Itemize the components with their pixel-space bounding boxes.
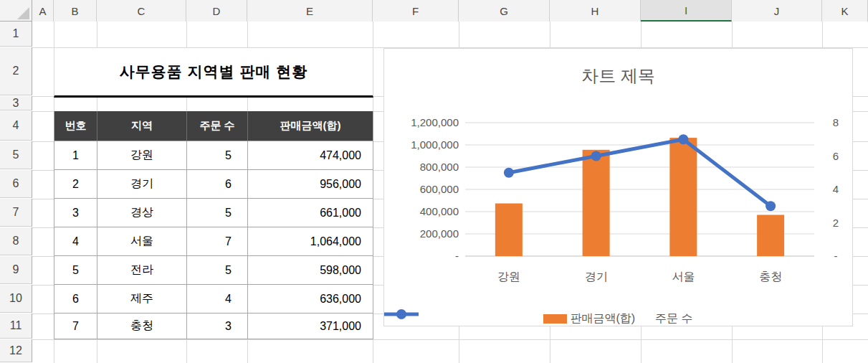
column-header-G[interactable]: G — [459, 0, 550, 22]
row-header-5[interactable]: 5 — [0, 141, 32, 169]
category-axis-label: 강원 — [497, 270, 520, 283]
column-header-F[interactable]: F — [373, 0, 459, 22]
table-cell[interactable]: 서울 — [97, 227, 187, 256]
bar-강원[interactable] — [495, 204, 523, 256]
bar-서울[interactable] — [669, 138, 697, 256]
table-cell[interactable]: 7 — [187, 227, 248, 256]
table-cell[interactable]: 5 — [187, 141, 248, 170]
line-series-swatch-icon — [384, 308, 419, 320]
table-cell[interactable]: 2 — [54, 170, 97, 199]
row-header-1[interactable]: 1 — [0, 22, 32, 47]
legend-label-orders: 주문 수 — [655, 311, 692, 326]
table-cell[interactable]: 전라 — [97, 256, 187, 285]
chart-plot-area: 1,200,0001,000,000800,000600,000400,0002… — [384, 49, 854, 327]
legend-item-sales[interactable]: 판매금액(합) — [543, 311, 635, 326]
bar-경기[interactable] — [583, 150, 610, 256]
left-axis-tick-label: 1,000,000 — [411, 138, 459, 151]
table-header-cell[interactable]: 지역 — [97, 111, 187, 141]
right-axis-tick-label: 2 — [833, 217, 839, 229]
row-header-8[interactable]: 8 — [0, 227, 32, 255]
right-axis-tick-label: 8 — [833, 116, 839, 128]
line-marker-강원[interactable] — [504, 168, 514, 178]
row-header-4[interactable]: 4 — [0, 111, 32, 141]
table-cell[interactable]: 4 — [54, 227, 97, 256]
table-cell[interactable]: 636,000 — [248, 285, 373, 314]
select-all-triangle-icon — [17, 7, 29, 19]
table-cell[interactable]: 5 — [54, 256, 97, 285]
line-marker-경기[interactable] — [591, 151, 601, 161]
row-header-3[interactable]: 3 — [0, 96, 32, 110]
category-axis-label: 경기 — [585, 270, 608, 283]
table-cell[interactable]: 제주 — [97, 285, 187, 314]
column-header-I[interactable]: I — [641, 0, 732, 22]
row-header-9[interactable]: 9 — [0, 256, 32, 284]
table-cell[interactable]: 474,000 — [248, 141, 373, 170]
bar-series-swatch-icon — [543, 314, 567, 324]
right-axis-tick-label: 4 — [833, 183, 839, 195]
table-title-cell[interactable]: 사무용품 지역별 판매 현황 — [54, 47, 373, 98]
table-cell[interactable]: 충청 — [97, 314, 187, 339]
row-header-10[interactable]: 10 — [0, 285, 32, 313]
line-series[interactable] — [509, 139, 771, 206]
bar-충청[interactable] — [757, 214, 784, 256]
column-header-B[interactable]: B — [54, 0, 97, 22]
gridline — [32, 339, 868, 340]
table-cell[interactable]: 경상 — [97, 199, 187, 227]
table-cell[interactable]: 5 — [187, 256, 248, 285]
table-cell[interactable]: 371,000 — [248, 314, 373, 339]
left-axis-tick-label: 600,000 — [420, 183, 459, 195]
table-cell[interactable]: 4 — [187, 285, 248, 314]
right-axis-tick-label: - — [834, 250, 838, 262]
column-header-E[interactable]: E — [247, 0, 373, 22]
table-cell[interactable]: 7 — [54, 314, 97, 339]
excel-worksheet: ABCDEFGHIJK 123456789101112 사무용품 지역별 판매 … — [0, 0, 868, 363]
sales-table: 번호지역주문 수판매금액(합)1강원5474,0002경기6956,0003경상… — [54, 111, 373, 339]
table-cell[interactable]: 6 — [54, 285, 97, 314]
line-marker-충청[interactable] — [766, 201, 776, 211]
category-axis-label: 서울 — [672, 270, 695, 283]
row-header-11[interactable]: 11 — [0, 314, 32, 339]
left-axis-tick-label: 1,200,000 — [411, 116, 459, 128]
left-axis-tick-label: 200,000 — [420, 227, 459, 240]
table-header-cell[interactable]: 번호 — [54, 111, 97, 141]
legend-label-sales: 판매금액(합) — [570, 311, 635, 326]
table-cell[interactable]: 1 — [54, 141, 97, 170]
table-cell[interactable]: 3 — [54, 199, 97, 227]
column-header-D[interactable]: D — [186, 0, 247, 22]
table-cell[interactable]: 956,000 — [248, 170, 373, 199]
select-all-corner[interactable] — [0, 0, 32, 22]
row-header-6[interactable]: 6 — [0, 170, 32, 198]
column-header-C[interactable]: C — [97, 0, 186, 22]
column-header-J[interactable]: J — [732, 0, 822, 22]
chart-object[interactable]: 차트 제목 1,200,0001,000,000800,000600,00040… — [383, 48, 853, 326]
table-cell[interactable]: 661,000 — [248, 199, 373, 227]
left-axis-tick-label: 400,000 — [420, 205, 459, 217]
table-cell[interactable]: 3 — [187, 314, 248, 339]
table-cell[interactable]: 경기 — [97, 170, 187, 199]
line-marker-서울[interactable] — [678, 134, 688, 144]
table-cell[interactable]: 6 — [187, 170, 248, 199]
table-cell[interactable]: 1,064,000 — [248, 227, 373, 256]
row-header-2[interactable]: 2 — [0, 47, 32, 95]
left-axis-tick-label: 800,000 — [420, 161, 459, 173]
column-header-H[interactable]: H — [550, 0, 641, 22]
table-cell[interactable]: 5 — [187, 199, 248, 227]
table-cell[interactable]: 598,000 — [248, 256, 373, 285]
chart-legend[interactable]: 판매금액(합) 주문 수 — [384, 308, 852, 329]
legend-item-orders[interactable]: 주문 수 — [655, 311, 692, 326]
category-axis-label: 충청 — [759, 270, 782, 283]
column-header-K[interactable]: K — [822, 0, 868, 22]
table-header-cell[interactable]: 주문 수 — [187, 111, 248, 141]
table-header-cell[interactable]: 판매금액(합) — [248, 111, 373, 141]
row-header-12[interactable]: 12 — [0, 339, 32, 362]
row-header-7[interactable]: 7 — [0, 199, 32, 227]
left-axis-tick-label: - — [455, 250, 459, 262]
table-cell[interactable]: 강원 — [97, 141, 187, 170]
column-header-A[interactable]: A — [32, 0, 54, 22]
right-axis-tick-label: 6 — [833, 150, 839, 162]
